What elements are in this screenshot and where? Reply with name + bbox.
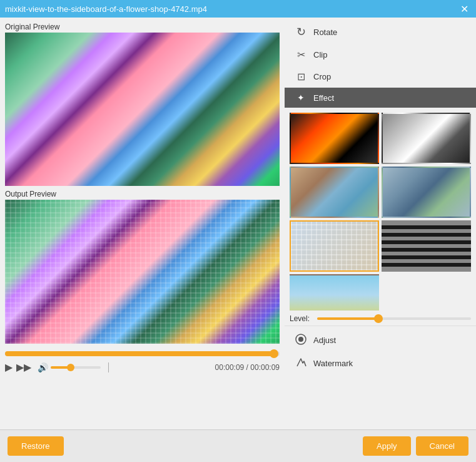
effects-grid (285, 110, 476, 311)
left-panel: Original Preview Output Preview ▶ (0, 18, 285, 429)
progress-fill (5, 351, 274, 356)
menu-label-effect: Effect (313, 93, 334, 103)
original-preview-image (5, 33, 280, 186)
output-preview-section: Output Preview (5, 190, 280, 344)
volume-thumb[interactable] (67, 364, 74, 371)
time-total: 00:00:09 (250, 363, 280, 372)
footer-bar: Restore Apply Cancel (0, 429, 476, 462)
main-window: mixkit-view-to-the-sideboard-of-a-flower… (0, 0, 476, 462)
cancel-button[interactable]: Cancel (416, 436, 468, 456)
menu-item-rotate[interactable]: ↻ Rotate (285, 20, 476, 44)
main-content: Original Preview Output Preview ▶ (0, 18, 476, 429)
menu-item-adjust[interactable]: Adjust (285, 329, 476, 352)
level-slider[interactable] (317, 317, 471, 320)
divider (108, 362, 109, 372)
svg-point-1 (298, 337, 303, 342)
level-label: Level: (290, 314, 312, 323)
menu-label-watermark: Watermark (313, 359, 353, 368)
close-button[interactable]: ✕ (458, 2, 471, 16)
time-separator: / (246, 363, 248, 372)
controls-area: ▶ ▶▶ 🔊 00:00:09 / 00:00:09 (5, 347, 280, 376)
watermark-icon (295, 357, 307, 370)
right-panel: ↻ Rotate ✂ Clip ⊡ Crop ✦ Effect (285, 18, 476, 377)
adjust-icon (295, 334, 307, 347)
effect-icon: ✦ (295, 93, 307, 103)
menu-label-adjust: Adjust (313, 336, 336, 345)
effect-thumb-normal1[interactable] (290, 167, 379, 218)
original-preview-section: Original Preview (5, 23, 280, 186)
crop-icon: ⊡ (295, 71, 307, 83)
time-current: 00:00:09 (215, 363, 245, 372)
menu-label-crop: Crop (313, 72, 331, 81)
menu-item-watermark[interactable]: Watermark (285, 352, 476, 375)
menu-item-crop[interactable]: ⊡ Crop (285, 66, 476, 88)
original-preview-box (5, 33, 280, 186)
effect-thumb-sketch[interactable] (290, 113, 379, 164)
progress-bar[interactable] (5, 351, 280, 356)
volume-icon: 🔊 (38, 362, 48, 372)
menu-label-rotate: Rotate (313, 28, 337, 37)
footer-right-buttons: Apply Cancel (363, 436, 468, 456)
titlebar: mixkit-view-to-the-sideboard-of-a-flower… (0, 0, 476, 18)
restore-button[interactable]: Restore (8, 436, 64, 456)
bottom-menu: Adjust Watermark (285, 326, 476, 377)
menu-label-clip: Clip (313, 50, 327, 59)
skip-button[interactable]: ▶▶ (16, 361, 31, 373)
window-title: mixkit-view-to-the-sideboard-of-a-flower… (5, 4, 207, 14)
volume-area: 🔊 (38, 362, 101, 372)
original-label: Original Preview (5, 23, 280, 31)
time-display: 00:00:09 / 00:00:09 (215, 363, 280, 372)
apply-button[interactable]: Apply (363, 436, 411, 456)
menu-item-clip[interactable]: ✂ Clip (285, 44, 476, 66)
output-label: Output Preview (5, 190, 280, 198)
progress-thumb[interactable] (270, 349, 278, 358)
menu-item-effect[interactable]: ✦ Effect (285, 88, 476, 108)
effect-thumb-sky[interactable] (290, 274, 379, 311)
volume-slider[interactable] (51, 366, 101, 369)
effect-thumb-bw[interactable] (382, 113, 471, 164)
playback-controls: ▶ ▶▶ 🔊 00:00:09 / 00:00:09 (5, 361, 280, 373)
effect-thumb-blinds[interactable] (382, 220, 471, 272)
clip-icon: ✂ (295, 49, 307, 61)
effect-thumb-normal2[interactable] (382, 167, 471, 218)
level-fill (317, 317, 378, 320)
right-side-wrapper: ↻ Rotate ✂ Clip ⊡ Crop ✦ Effect (285, 18, 476, 429)
play-button[interactable]: ▶ (5, 361, 13, 373)
output-preview-image (5, 200, 280, 344)
right-menu: ↻ Rotate ✂ Clip ⊡ Crop ✦ Effect (285, 18, 476, 110)
level-thumb[interactable] (374, 314, 383, 323)
output-preview-box (5, 200, 280, 344)
level-area: Level: (285, 311, 476, 326)
rotate-icon: ↻ (295, 25, 307, 39)
effect-thumb-crossstitch[interactable] (290, 220, 379, 272)
